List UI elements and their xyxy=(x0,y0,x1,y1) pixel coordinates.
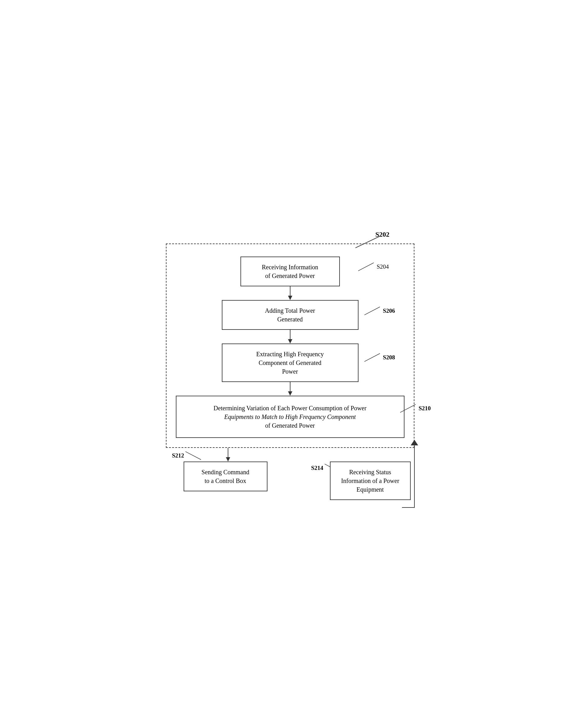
svg-line-10 xyxy=(400,405,416,412)
s206-text: Adding Total PowerGenerated xyxy=(265,307,315,323)
s206-box: Adding Total PowerGenerated xyxy=(222,300,358,330)
outer-dashed-box: Receiving Informationof Generated Power … xyxy=(166,243,414,448)
s204-label-wrapper: S204 xyxy=(358,262,388,271)
svg-line-13 xyxy=(185,451,201,460)
arrow2-svg xyxy=(287,330,293,343)
s210-line-svg xyxy=(400,404,417,413)
main-diagram: S202 Receiving Informationof Generated P… xyxy=(166,228,414,500)
arrow2-container xyxy=(176,330,404,343)
s212-text: Sending Commandto a Control Box xyxy=(202,469,249,484)
svg-marker-3 xyxy=(288,296,292,300)
s208-text: Extracting High FrequencyComponent of Ge… xyxy=(256,350,324,375)
s204-line-svg xyxy=(358,262,375,271)
s210-label-wrapper: S210 xyxy=(400,404,431,413)
s204-box: Receiving Informationof Generated Power xyxy=(241,257,340,286)
arrow4-svg xyxy=(225,448,231,462)
s210-label: S210 xyxy=(419,405,431,412)
svg-marker-12 xyxy=(226,457,230,462)
s206-label-wrapper: S206 xyxy=(364,306,395,316)
bottom-row: S212 Sending Commandto a Control Box S21… xyxy=(166,462,414,500)
svg-line-7 xyxy=(364,354,380,362)
s210-box: Determining Variation of Each Power Cons… xyxy=(176,396,404,438)
s212-label: S212 xyxy=(172,452,184,459)
s212-box: Sending Commandto a Control Box xyxy=(184,462,268,491)
s204-text: Receiving Informationof Generated Power xyxy=(262,264,319,279)
s210-text: Determining Variation of Each Power Cons… xyxy=(213,405,366,429)
s214-box: Receiving StatusInformation of a PowerEq… xyxy=(330,462,411,500)
arrow1-container xyxy=(176,286,404,300)
arrow1-svg xyxy=(287,286,293,300)
s204-label: S204 xyxy=(377,263,388,270)
s208-label-wrapper: S208 xyxy=(364,353,395,362)
s208-row: Extracting High FrequencyComponent of Ge… xyxy=(176,343,404,382)
s204-row: Receiving Informationof Generated Power … xyxy=(176,257,404,286)
svg-line-1 xyxy=(358,263,374,271)
s202-label-container: S202 xyxy=(375,230,389,238)
svg-marker-9 xyxy=(288,391,292,396)
s206-row: Adding Total PowerGenerated S206 xyxy=(176,300,404,330)
svg-line-4 xyxy=(364,307,380,315)
s212-line-svg xyxy=(185,451,203,460)
arrow3-container xyxy=(176,382,404,396)
s212-container: S212 Sending Commandto a Control Box xyxy=(166,462,285,491)
s214-container: S214 Receiving StatusInformation of a Po… xyxy=(330,462,414,500)
s214-text: Receiving StatusInformation of a PowerEq… xyxy=(341,469,399,493)
arrow3-svg xyxy=(287,382,293,396)
svg-marker-6 xyxy=(288,339,292,343)
s206-label: S206 xyxy=(383,308,395,314)
s208-line-svg xyxy=(364,353,381,362)
s208-label: S208 xyxy=(383,354,395,361)
s208-box: Extracting High FrequencyComponent of Ge… xyxy=(222,343,358,382)
s206-line-svg xyxy=(364,306,381,316)
s212-label-wrapper: S212 xyxy=(172,451,203,460)
s214-label: S214 xyxy=(311,465,323,471)
s210-row: Determining Variation of Each Power Cons… xyxy=(176,396,404,438)
page-wrapper: S202 Receiving Informationof Generated P… xyxy=(166,228,414,500)
